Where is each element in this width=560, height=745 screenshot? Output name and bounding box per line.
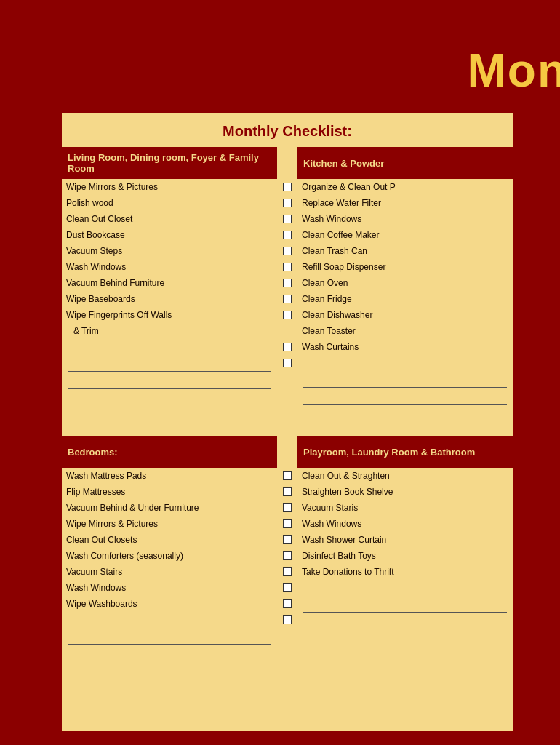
blank-line [68, 374, 271, 389]
checkbox-row [283, 580, 292, 596]
page-big-title: Mon [468, 44, 561, 97]
list-item: Clean Oven [297, 275, 513, 291]
checkbox[interactable] [283, 551, 292, 560]
checkbox[interactable] [283, 343, 292, 351]
list-item: Clean Out Closet [62, 211, 277, 227]
list-item: Vacuum Stairs [62, 564, 277, 580]
checkbox-row [283, 195, 292, 211]
list-item: Clean Coffee Maker [297, 227, 513, 243]
checkbox[interactable] [283, 199, 292, 207]
bedrooms-header: Bedrooms: [62, 436, 277, 468]
checkbox[interactable] [283, 487, 292, 496]
checkbox[interactable] [283, 567, 292, 576]
checkbox-row [283, 532, 292, 548]
playroom-header: Playroom, Laundry Room & Bathroom [297, 436, 513, 468]
checkboxes-column-bottom [277, 436, 297, 693]
list-item: Wash Shower Curtain [297, 532, 513, 548]
main-card: Monthly Checklist: Living Room, Dining r… [62, 113, 513, 731]
blank-line [68, 630, 271, 645]
living-room-section: Living Room, Dining room, Foyer & Family… [62, 147, 277, 436]
list-item: Clean Trash Can [297, 243, 513, 259]
checkbox-row [283, 259, 292, 275]
checkbox-row [283, 243, 292, 259]
checkbox-row [283, 548, 292, 564]
list-item: Vacuum Behind Furniture [62, 275, 277, 291]
checkbox[interactable] [283, 295, 292, 303]
checkbox[interactable] [283, 503, 292, 512]
checkbox-row [283, 227, 292, 243]
list-item: Wash Windows [297, 211, 513, 227]
kitchen-header: Kitchen & Powder [297, 147, 513, 179]
list-item: Replace Water Filter [297, 195, 513, 211]
list-item: Polish wood [62, 195, 277, 211]
checkbox-row [283, 500, 292, 516]
checkboxes-column-top [277, 147, 297, 436]
checkbox[interactable] [283, 215, 292, 223]
checkbox[interactable] [283, 247, 292, 255]
list-item: Wipe Baseboards [62, 291, 277, 307]
list-item: Clean Dishwasher [297, 307, 513, 323]
playroom-section: Playroom, Laundry Room & Bathroom Clean … [297, 436, 513, 693]
checkbox[interactable] [283, 279, 292, 287]
checkbox-row [283, 612, 292, 628]
checkbox[interactable] [283, 359, 292, 367]
list-item: Refill Soap Dispenser [297, 259, 513, 275]
checkbox[interactable] [283, 471, 292, 480]
list-item: Vacuum Staris [297, 500, 513, 516]
list-item: & Trim [62, 323, 277, 339]
checkbox[interactable] [283, 263, 292, 271]
checkbox-row [283, 468, 292, 484]
checkbox-row [283, 307, 292, 323]
list-item: Wipe Mirrors & Pictures [62, 179, 277, 195]
list-item: Take Donations to Thrift [297, 564, 513, 580]
blank-line [303, 373, 507, 388]
bedrooms-section: Bedrooms: Wash Mattress Pads Flip Mattre… [62, 436, 277, 693]
checkbox-row [283, 211, 292, 227]
blank-line [303, 598, 507, 613]
list-item: Disinfect Bath Toys [297, 548, 513, 564]
list-item: Wipe Washboards [62, 596, 277, 612]
page-background: Mon Monthly Checklist: Living Room, Dini… [0, 0, 560, 745]
checkbox-row [283, 596, 292, 612]
checklist-title: Monthly Checklist: [62, 113, 513, 147]
checkbox[interactable] [283, 599, 292, 608]
bottom-sections: Bedrooms: Wash Mattress Pads Flip Mattre… [62, 436, 513, 693]
checkbox-row [283, 564, 292, 580]
blank-line [68, 357, 271, 372]
list-item: Straighten Book Shelve [297, 484, 513, 500]
list-item: Clean Fridge [297, 291, 513, 307]
checkbox-row [283, 275, 292, 291]
list-item: Wash Mattress Pads [62, 468, 277, 484]
list-item: Vacuum Steps [62, 243, 277, 259]
checkbox-row [283, 179, 292, 195]
list-item: Wash Windows [62, 259, 277, 275]
top-sections: Living Room, Dining room, Foyer & Family… [62, 147, 513, 436]
list-item: Wipe Mirrors & Pictures [62, 516, 277, 532]
list-item: Dust Bookcase [62, 227, 277, 243]
checkbox[interactable] [283, 535, 292, 544]
list-item: Clean Out Closets [62, 532, 277, 548]
checkbox-row [283, 355, 292, 371]
checkbox-row [283, 516, 292, 532]
list-item: Flip Mattresses [62, 484, 277, 500]
checkbox-row [283, 291, 292, 307]
kitchen-section: Kitchen & Powder Organize & Clean Out P … [297, 147, 513, 436]
checkbox[interactable] [283, 615, 292, 624]
list-item: Wash Curtains [297, 339, 513, 355]
checkbox[interactable] [283, 519, 292, 528]
checkbox[interactable] [283, 231, 292, 239]
list-item: Vacuum Behind & Under Furniture [62, 500, 277, 516]
checkbox-row [283, 484, 292, 500]
checkbox[interactable] [283, 311, 292, 319]
list-item: Wipe Fingerprints Off Walls [62, 307, 277, 323]
list-item: Organize & Clean Out P [297, 179, 513, 195]
checkbox[interactable] [283, 583, 292, 592]
checkbox[interactable] [283, 183, 292, 191]
list-item: Clean Toaster [297, 323, 513, 339]
blank-line [303, 390, 507, 405]
list-item: Wash Comforters (seasonally) [62, 548, 277, 564]
living-room-header: Living Room, Dining room, Foyer & Family… [62, 147, 277, 179]
list-item: Clean Out & Straghten [297, 468, 513, 484]
list-item: Wash Windows [297, 516, 513, 532]
list-item: Wash Windows [62, 580, 277, 596]
